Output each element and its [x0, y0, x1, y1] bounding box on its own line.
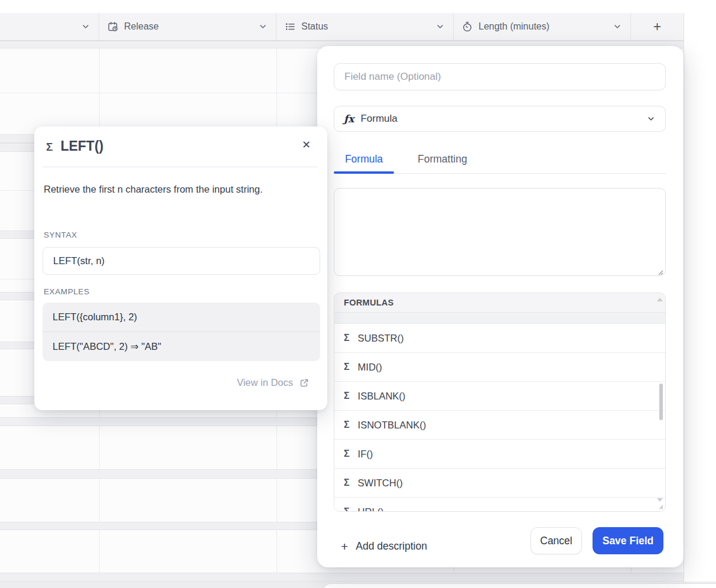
chevron-down-icon[interactable] [81, 22, 90, 31]
next-section-card-edge [323, 583, 716, 588]
plus-icon: + [341, 540, 348, 553]
save-field-button[interactable]: Save Field [593, 527, 663, 554]
close-icon[interactable]: ✕ [302, 139, 311, 150]
sigma-icon: Σ [344, 333, 350, 343]
field-type-select[interactable]: ƒx Formula [334, 106, 666, 132]
active-tab-underline [334, 171, 394, 174]
sigma-icon: Σ [344, 506, 350, 512]
tab-formatting[interactable]: Formatting [418, 153, 467, 165]
sigma-icon: Σ [344, 391, 350, 401]
column-header-partial[interactable] [0, 13, 99, 40]
syntax-value-box: LEFT(str, n) [43, 247, 320, 275]
add-description-button[interactable]: + Add description [341, 540, 427, 553]
formula-list-item[interactable]: Σ MID() [334, 353, 665, 382]
function-description: Retrieve the first n characters from the… [44, 178, 292, 200]
timer-icon [462, 21, 473, 32]
grid-screen: Release Status [0, 0, 716, 588]
field-type-value: Formula [360, 113, 397, 125]
view-in-docs-link[interactable]: View in Docs [237, 377, 310, 388]
sigma-icon: Σ [46, 141, 53, 154]
grid-group-gap [0, 573, 684, 581]
function-help-card: Σ LEFT() ✕ Retrieve the first n characte… [34, 126, 327, 410]
add-column-button[interactable]: + [631, 13, 684, 40]
panel-tabs: Formula Formatting [334, 145, 666, 174]
chevron-down-icon[interactable] [435, 22, 445, 31]
calendar-icon [108, 21, 118, 32]
sigma-icon: Σ [344, 420, 350, 430]
tab-formula[interactable]: Formula [334, 145, 394, 173]
column-header-release[interactable]: Release [99, 13, 276, 40]
formulas-list-header: FORMULAS [334, 293, 665, 313]
formula-list-item[interactable]: Σ ISNOTBLANK() [334, 411, 665, 440]
formula-list-item[interactable]: Σ SUBSTR() [334, 324, 665, 353]
example-row: LEFT({column1}, 2) [43, 303, 320, 332]
example-row: LEFT("ABCD", 2) ⇒ "AB" [43, 332, 320, 361]
formula-list-item[interactable]: Σ URL() [334, 498, 665, 512]
formula-list-item-partial[interactable] [334, 313, 665, 324]
plus-icon: + [653, 20, 661, 34]
syntax-section-label: SYNTAX [44, 230, 77, 239]
external-link-icon [299, 378, 310, 388]
column-header-label: Release [124, 21, 159, 32]
resize-handle-icon[interactable] [658, 504, 663, 509]
formulas-list: FORMULAS Σ SUBSTR() Σ MID() Σ ISBLANK() … [334, 293, 666, 512]
chevron-down-icon[interactable] [613, 22, 622, 31]
edit-field-panel: ƒx Formula Formula Formatting FORMULAS Σ… [317, 46, 684, 567]
chevron-down-icon [646, 114, 656, 124]
function-card-title: Σ LEFT() [46, 138, 103, 154]
formula-editor-input[interactable] [334, 188, 666, 276]
sigma-icon: Σ [344, 477, 350, 488]
chevron-down-icon[interactable] [258, 22, 268, 31]
resize-handle-icon[interactable] [658, 269, 663, 275]
formula-list-item[interactable]: Σ SWITCH() [334, 469, 665, 498]
list-icon [285, 21, 295, 32]
grid-bottom-strip [0, 581, 716, 588]
formula-fx-icon: ƒx [344, 113, 354, 125]
column-header-length[interactable]: Length (minutes) [454, 13, 631, 40]
formula-list-item[interactable]: Σ IF() [334, 440, 665, 469]
cancel-button[interactable]: Cancel [531, 527, 582, 554]
scroll-up-arrow-icon[interactable] [657, 298, 663, 301]
table-header-row: Release Status [0, 13, 684, 41]
column-header-label: Length (minutes) [479, 21, 549, 32]
examples-section-label: EXAMPLES [44, 287, 90, 296]
scroll-down-arrow-icon[interactable] [657, 498, 663, 502]
column-header-status[interactable]: Status [276, 13, 454, 40]
column-header-label: Status [301, 21, 328, 32]
sigma-icon: Σ [344, 449, 350, 459]
sigma-icon: Σ [344, 362, 350, 372]
divider [43, 167, 318, 167]
formula-list-item[interactable]: Σ ISBLANK() [334, 382, 665, 411]
field-name-input[interactable] [334, 63, 666, 90]
scrollbar-thumb[interactable] [659, 384, 663, 420]
function-name: LEFT() [60, 138, 103, 154]
examples-box: LEFT({column1}, 2) LEFT("ABCD", 2) ⇒ "AB… [43, 303, 320, 361]
